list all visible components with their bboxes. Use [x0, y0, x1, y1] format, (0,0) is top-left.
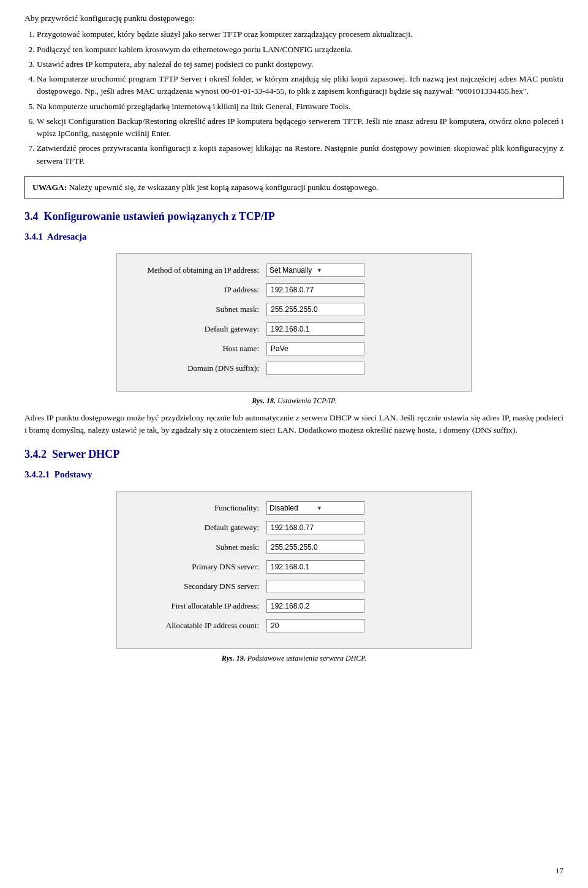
default-gateway-input[interactable] — [266, 322, 364, 336]
section-34-title: Konfigurowanie ustawień powiązanych z TC… — [44, 210, 275, 222]
form-label-4: Host name: — [132, 344, 266, 354]
host-name-input[interactable] — [266, 342, 364, 355]
dropdown-arrow-icon: ▼ — [317, 267, 361, 273]
method-select-value: Set Manually — [270, 266, 314, 275]
fig19-secondary-dns-input[interactable] — [266, 580, 364, 593]
fig19-form-label-2: Subnet mask: — [132, 542, 266, 552]
fig19-form-label-4: Secondary DNS server: — [132, 582, 266, 591]
section-3421-number: 3.4.2.1 — [24, 469, 50, 479]
fig19-form-row-2: Subnet mask: — [132, 541, 456, 554]
method-select[interactable]: Set Manually ▼ — [266, 264, 364, 277]
fig19-form-label-6: Allocatable IP address count: — [132, 621, 266, 631]
functionality-dropdown-arrow-icon: ▼ — [317, 505, 361, 511]
form-row-4: Host name: — [132, 342, 456, 355]
figure-18: Method of obtaining an IP address: Set M… — [24, 253, 564, 406]
fig18-caption-num: Rys. 18. — [252, 397, 276, 405]
form-label-1: IP address: — [132, 285, 266, 295]
form-label-0: Method of obtaining an IP address: — [132, 265, 266, 275]
domain-input[interactable] — [266, 362, 364, 375]
fig19-subnet-mask-input[interactable] — [266, 541, 364, 554]
section-341-heading: 3.4.1 Adresacja — [24, 232, 564, 242]
fig19-form-label-3: Primary DNS server: — [132, 562, 266, 572]
functionality-select-value: Disabled — [270, 504, 314, 512]
section-3421-heading: 3.4.2.1 Podstawy — [24, 469, 564, 480]
fig19-caption-text: Podstawowe ustawienia serwera DHCP. — [247, 654, 366, 662]
step-6: W sekcji Configuration Backup/Restoring … — [37, 115, 564, 140]
section-342-title: Serwer DHCP — [52, 448, 119, 460]
ip-address-input[interactable] — [266, 283, 364, 297]
section-34-number: 3.4 — [24, 210, 39, 222]
subnet-mask-input[interactable] — [266, 303, 364, 316]
step-4: Na komputerze uruchomić program TFTP Ser… — [37, 73, 564, 98]
body-text-341: Adres IP punktu dostępowego może być prz… — [24, 412, 564, 437]
section-342-heading: 3.4.2 Serwer DHCP — [24, 448, 564, 461]
section-341-number: 3.4.1 — [24, 232, 43, 241]
section-342-number: 3.4.2 — [24, 448, 47, 460]
form-row-5: Domain (DNS suffix): — [132, 362, 456, 375]
fig19-ip-count-input[interactable] — [266, 619, 364, 632]
step-2: Podłączyć ten komputer kablem krosowym d… — [37, 44, 564, 56]
fig19-form-label-1: Default gateway: — [132, 523, 266, 533]
page-number: 17 — [556, 866, 564, 876]
functionality-select[interactable]: Disabled ▼ — [266, 501, 364, 515]
form-row-2: Subnet mask: — [132, 303, 456, 316]
form-panel-18: Method of obtaining an IP address: Set M… — [116, 253, 472, 392]
form-label-5: Domain (DNS suffix): — [132, 363, 266, 373]
fig18-caption-text: Ustawienia TCP/IP. — [277, 397, 336, 405]
note-text: Należy upewnić się, że wskazany plik jes… — [67, 183, 378, 192]
note-box: UWAGA: Należy upewnić się, że wskazany p… — [24, 176, 564, 199]
form-row-3: Default gateway: — [132, 322, 456, 336]
form-panel-19: Functionality: Disabled ▼ Default gatewa… — [116, 491, 472, 649]
fig19-caption-num: Rys. 19. — [222, 654, 246, 662]
form-label-3: Default gateway: — [132, 324, 266, 334]
fig19-first-ip-input[interactable] — [266, 599, 364, 613]
fig19-form-row-0: Functionality: Disabled ▼ — [132, 501, 456, 515]
fig19-primary-dns-input[interactable] — [266, 560, 364, 574]
fig19-form-label-5: First allocatable IP address: — [132, 601, 266, 611]
figure-19-caption: Rys. 19. Podstawowe ustawienia serwera D… — [222, 654, 366, 663]
step-3: Ustawić adres IP komputera, aby należał … — [37, 58, 564, 70]
step-1: Przygotować komputer, który będzie służy… — [37, 28, 564, 40]
figure-18-caption: Rys. 18. Ustawienia TCP/IP. — [252, 397, 336, 406]
form-row-1: IP address: — [132, 283, 456, 297]
fig19-form-row-3: Primary DNS server: — [132, 560, 456, 574]
section-3421-title: Podstawy — [55, 469, 92, 479]
step-7: Zatwierdzić proces przywracania konfigur… — [37, 142, 564, 167]
section-34-heading: 3.4 Konfigurowanie ustawień powiązanych … — [24, 210, 564, 223]
step-5: Na komputerze uruchomić przeglądarkę int… — [37, 101, 564, 113]
fig19-default-gateway-input[interactable] — [266, 521, 364, 534]
fig19-form-row-6: Allocatable IP address count: — [132, 619, 456, 632]
intro-steps: Przygotować komputer, który będzie służy… — [37, 28, 564, 167]
fig19-form-row-1: Default gateway: — [132, 521, 456, 534]
fig19-form-row-4: Secondary DNS server: — [132, 580, 456, 593]
figure-19: Functionality: Disabled ▼ Default gatewa… — [24, 491, 564, 663]
intro-heading-text: Aby przywrócić konfigurację punktu dostę… — [24, 13, 195, 23]
note-bold: UWAGA: — [32, 183, 67, 192]
form-label-2: Subnet mask: — [132, 305, 266, 314]
fig19-form-row-5: First allocatable IP address: — [132, 599, 456, 613]
section-341-title: Adresacja — [47, 232, 87, 241]
intro-heading: Aby przywrócić konfigurację punktu dostę… — [24, 12, 564, 25]
form-row-0: Method of obtaining an IP address: Set M… — [132, 264, 456, 277]
fig19-form-label-0: Functionality: — [132, 503, 266, 513]
